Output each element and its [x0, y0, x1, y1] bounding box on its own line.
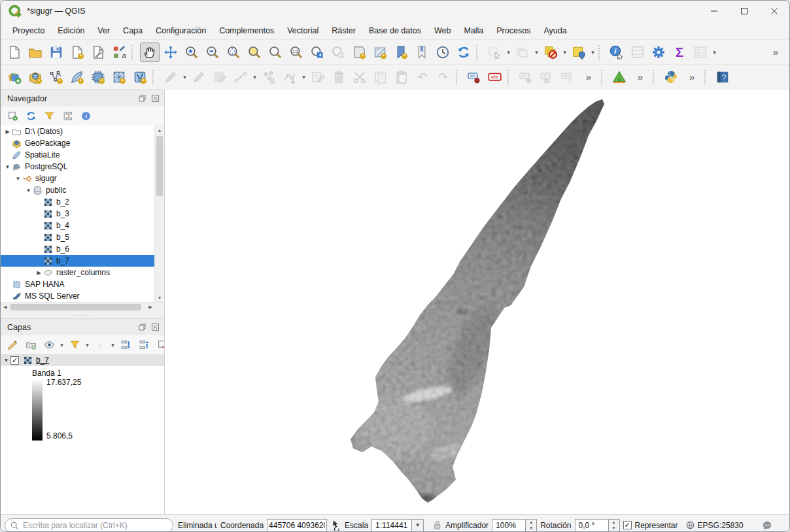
new-shapefile-layer-button[interactable]: * [46, 67, 66, 87]
help-contents-button[interactable]: ? [713, 67, 732, 87]
maximize-button[interactable] [729, 1, 759, 22]
scroll-down-icon[interactable]: ▼ [155, 293, 164, 302]
tree-item-b-4[interactable]: b_4 [1, 220, 155, 231]
tree-item-geopackage[interactable]: GeoPackage [1, 137, 155, 149]
current-edits-dropdown-icon[interactable]: ▾ [181, 74, 188, 80]
select-features-by-value-button[interactable] [513, 42, 532, 62]
collapse-all-browser-button[interactable] [59, 108, 76, 125]
dock-splitter[interactable]: ······ [1, 312, 164, 318]
show-spatial-bookmarks-button[interactable] [412, 42, 432, 62]
vertex-tool-button[interactable] [280, 67, 300, 87]
open-attribute-table-dropdown-icon[interactable]: ▾ [711, 49, 718, 56]
digitize-with-segment-button[interactable] [231, 67, 250, 87]
select-features-button[interactable] [485, 42, 504, 62]
expander-icon[interactable]: ▼ [3, 164, 12, 170]
menu-base-de-datos[interactable]: Base de datos [362, 24, 428, 38]
filter-browser-button[interactable] [41, 108, 58, 125]
tree-item-spatialite[interactable]: SpatiaLite [1, 149, 155, 161]
save-project-button[interactable] [46, 42, 66, 62]
redo-button[interactable]: ↷ [434, 67, 453, 87]
new-geopackage-layer-button[interactable]: * [26, 67, 45, 87]
minimize-button[interactable] [699, 1, 729, 22]
crs-status[interactable]: EPSG:25830 [685, 520, 744, 530]
delete-selected-button[interactable] [329, 67, 349, 87]
current-edits-button[interactable] [161, 67, 180, 87]
extents-toggle-icon[interactable] [330, 520, 341, 531]
menu-configuraci-n[interactable]: Configuración [149, 24, 213, 38]
rotation-spinbox[interactable]: ▲▼ [575, 519, 620, 532]
cut-features-button[interactable] [350, 67, 369, 87]
deselect-features-button[interactable] [541, 42, 560, 62]
grass-tools-button[interactable] [610, 67, 629, 87]
scrollbar-thumb[interactable] [10, 304, 141, 310]
new-gpx-layer-button[interactable]: * [130, 67, 150, 87]
layer-expander[interactable]: ▼ [2, 357, 10, 363]
tree-item-b-2[interactable]: b_2 [1, 196, 155, 208]
statistical-summary-button[interactable] [628, 42, 647, 62]
add-record-button[interactable]: * [259, 67, 279, 87]
zoom-next-button[interactable] [328, 42, 348, 62]
magnifier-input[interactable] [492, 519, 526, 532]
filter-legend-button[interactable] [66, 337, 83, 354]
expand-all-button[interactable] [117, 337, 134, 354]
locator-input[interactable] [22, 520, 173, 531]
zoom-out-button[interactable] [203, 42, 222, 62]
messages-icon[interactable] [761, 520, 773, 531]
new-map-view-button[interactable]: * [349, 42, 369, 62]
label-toolbar-extension-button[interactable]: » [579, 67, 598, 87]
add-selected-layers-button[interactable] [4, 108, 21, 125]
tree-item-d-datos[interactable]: ▶D:\ (Datos) [1, 125, 155, 137]
toolbar-extension-button[interactable]: » [766, 42, 785, 62]
temporal-controller-button[interactable] [433, 42, 453, 62]
pan-to-selection-button[interactable] [161, 42, 180, 62]
filter-by-expression-button[interactable]: ε [92, 337, 109, 354]
render-checkbox[interactable]: ✓ [623, 521, 632, 529]
tree-item-sigugr[interactable]: ▼sigugr [1, 173, 155, 184]
browser-horizontal-scrollbar[interactable]: ◀ ▶ [1, 302, 164, 312]
select-features-dropdown-icon[interactable]: ▾ [505, 49, 512, 56]
zoom-in-button[interactable] [182, 42, 201, 62]
spin-down-icon[interactable]: ▼ [526, 525, 536, 531]
tree-item-sap-hana[interactable]: SAP HANA [1, 278, 155, 290]
menu-complementos[interactable]: Complementos [213, 24, 281, 38]
menu-r-ster[interactable]: Ráster [325, 24, 362, 38]
menu-capa[interactable]: Capa [116, 24, 149, 38]
python-console-button[interactable] [661, 67, 681, 87]
spin-up-icon[interactable]: ▲ [526, 520, 536, 525]
scroll-up-icon[interactable]: ▲ [155, 125, 164, 135]
tree-item-ms-sql-server[interactable]: MS SQL Server [1, 290, 155, 302]
identify-features-button[interactable]: i [607, 42, 627, 62]
locator-box[interactable] [5, 518, 173, 532]
new-3d-map-view-button[interactable]: * [370, 42, 390, 62]
undo-button[interactable]: ↶ [413, 67, 432, 87]
browser-float-button[interactable] [137, 93, 147, 104]
zoom-to-layer-button[interactable] [266, 42, 285, 62]
menu-proyecto[interactable]: Proyecto [6, 24, 51, 38]
spin-up-icon[interactable]: ▲ [609, 520, 619, 525]
open-project-button[interactable] [26, 42, 45, 62]
layer-diagram-button[interactable]: abc [485, 67, 505, 87]
highlight-pinned-labels-button[interactable]: ab [537, 67, 557, 87]
new-spatial-bookmark-button[interactable]: * [391, 42, 411, 62]
open-layer-styling-button[interactable] [4, 337, 21, 354]
spin-down-icon[interactable]: ▼ [609, 525, 619, 531]
new-virtual-layer-button[interactable]: * [88, 67, 108, 87]
scale-input[interactable] [371, 519, 412, 532]
menu-vectorial[interactable]: Vectorial [281, 24, 325, 38]
vertex-tool-dropdown-icon[interactable]: ▾ [300, 74, 307, 80]
menu-malla[interactable]: Malla [457, 24, 490, 38]
manage-visibility-dropdown-icon[interactable]: ▾ [58, 342, 65, 348]
show-layout-manager-button[interactable] [88, 42, 108, 62]
new-project-button[interactable] [5, 42, 24, 62]
tree-item-raster-columns[interactable]: ▶raster_columns [1, 267, 155, 278]
modify-attributes-button[interactable] [308, 67, 328, 87]
expander-icon[interactable]: ▶ [3, 129, 12, 135]
toggle-editing-button[interactable] [189, 67, 209, 87]
expander-icon[interactable]: ▼ [14, 176, 22, 182]
tree-item-public[interactable]: ▼public [1, 184, 155, 196]
show-statistics-button[interactable]: Σ [670, 42, 689, 62]
tree-item-b-5[interactable]: b_5 [1, 231, 155, 243]
refresh-browser-button[interactable] [22, 108, 39, 125]
select-by-location-dropdown-icon[interactable]: ▾ [589, 49, 596, 56]
save-layer-edits-button[interactable] [210, 67, 230, 87]
